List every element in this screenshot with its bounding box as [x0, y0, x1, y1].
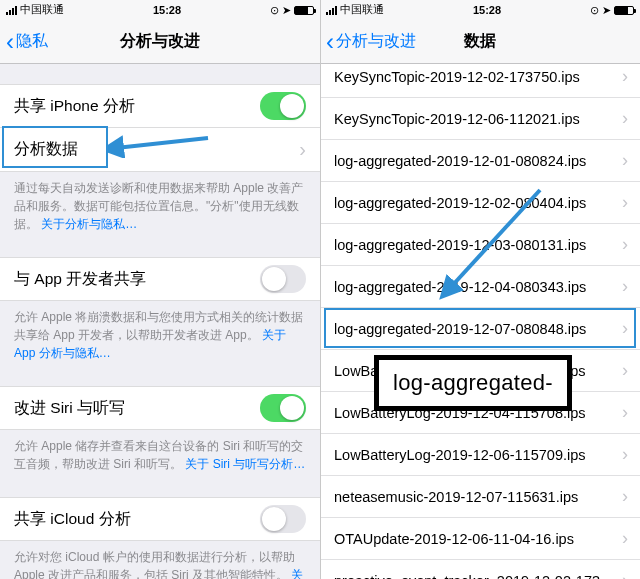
- carrier-label: 中国联通: [20, 3, 64, 17]
- location-icon: ➤: [282, 4, 291, 16]
- file-name: LowBatteryLog-2019-12-04-115708.ips: [334, 405, 616, 421]
- signal-icon: [326, 6, 337, 15]
- chevron-right-icon: ›: [622, 528, 628, 549]
- file-row[interactable]: log-aggregated-2019-12-07-080848.ips›: [320, 308, 640, 350]
- share-iphone-analytics-cell[interactable]: 共享 iPhone 分析: [0, 84, 320, 128]
- chevron-right-icon: ›: [622, 318, 628, 339]
- status-time: 15:28: [473, 4, 501, 16]
- status-bar: 中国联通 15:28 ⊙ ➤: [0, 0, 320, 20]
- chevron-left-icon: ‹: [326, 30, 334, 54]
- icloud-switch[interactable]: [260, 505, 306, 533]
- chevron-right-icon: ›: [299, 138, 306, 161]
- cell-label: 分析数据: [14, 139, 293, 160]
- status-time: 15:28: [153, 4, 181, 16]
- footer-text: 允许 Apple 储存并查看来自这台设备的 Siri 和听写的交互音频，帮助改进…: [0, 430, 320, 473]
- status-bar: 中国联通 15:28 ⊙ ➤: [320, 0, 640, 20]
- location-icon: ➤: [602, 4, 611, 16]
- cell-label: 共享 iPhone 分析: [14, 96, 260, 117]
- file-name: proactive_event_tracker_2019-12-02-17376…: [334, 573, 616, 580]
- chevron-right-icon: ›: [622, 150, 628, 171]
- back-label: 隐私: [16, 31, 48, 52]
- file-row[interactable]: LowBatteryLog-2019-12-02-115706.ips›: [320, 350, 640, 392]
- chevron-right-icon: ›: [622, 66, 628, 87]
- signal-icon: [6, 6, 17, 15]
- file-row[interactable]: LowBatteryLog-2019-12-06-115709.ips›: [320, 434, 640, 476]
- footer-text: 允许 Apple 将崩溃数据和与您使用方式相关的统计数据共享给 App 开发者，…: [0, 301, 320, 362]
- file-row[interactable]: LowBatteryLog-2019-12-04-115708.ips›: [320, 392, 640, 434]
- file-name: log-aggregated-2019-12-02-080404.ips: [334, 195, 616, 211]
- file-name: KeySyncTopic-2019-12-06-112021.ips: [334, 111, 616, 127]
- chevron-right-icon: ›: [622, 444, 628, 465]
- share-icloud-analytics-cell[interactable]: 共享 iCloud 分析: [0, 497, 320, 541]
- file-name: log-aggregated-2019-12-07-080848.ips: [334, 321, 616, 337]
- file-row[interactable]: KeySyncTopic-2019-12-06-112021.ips›: [320, 98, 640, 140]
- cell-label: 改进 Siri 与听写: [14, 398, 260, 419]
- footer-text: 允许对您 iCloud 帐户的使用和数据进行分析，以帮助 Apple 改进产品和…: [0, 541, 320, 579]
- about-siri-analytics-link[interactable]: 关于 Siri 与听写分析…: [185, 457, 305, 471]
- nav-title: 分析与改进: [0, 31, 320, 52]
- file-row[interactable]: OTAUpdate-2019-12-06-11-04-16.ips›: [320, 518, 640, 560]
- chevron-right-icon: ›: [622, 360, 628, 381]
- file-name: log-aggregated-2019-12-04-080343.ips: [334, 279, 616, 295]
- chevron-right-icon: ›: [622, 402, 628, 423]
- file-row[interactable]: log-aggregated-2019-12-04-080343.ips›: [320, 266, 640, 308]
- file-name: LowBatteryLog-2019-12-06-115709.ips: [334, 447, 616, 463]
- about-analytics-link[interactable]: 关于分析与隐私…: [41, 217, 137, 231]
- improve-siri-cell[interactable]: 改进 Siri 与听写: [0, 386, 320, 430]
- nav-bar: ‹ 隐私 分析与改进: [0, 20, 320, 64]
- file-row[interactable]: log-aggregated-2019-12-03-080131.ips›: [320, 224, 640, 266]
- left-phone: 中国联通 15:28 ⊙ ➤ ‹ 隐私 分析与改进 共享 iPhone 分析 分…: [0, 0, 320, 579]
- chevron-right-icon: ›: [622, 234, 628, 255]
- back-label: 分析与改进: [336, 31, 416, 52]
- file-name: KeySyncTopic-2019-12-02-173750.ips: [334, 69, 616, 85]
- chevron-left-icon: ‹: [6, 30, 14, 54]
- file-list: KeySyncTopic-2019-12-02-173750.ips›KeySy…: [320, 56, 640, 579]
- cell-label: 共享 iCloud 分析: [14, 509, 260, 530]
- file-row[interactable]: log-aggregated-2019-12-01-080824.ips›: [320, 140, 640, 182]
- battery-icon: [294, 6, 314, 15]
- back-button[interactable]: ‹ 隐私: [0, 30, 48, 54]
- chevron-right-icon: ›: [622, 108, 628, 129]
- file-row[interactable]: KeySyncTopic-2019-12-02-173750.ips›: [320, 56, 640, 98]
- carrier-label: 中国联通: [340, 3, 384, 17]
- file-row[interactable]: proactive_event_tracker_2019-12-02-17376…: [320, 560, 640, 579]
- chevron-right-icon: ›: [622, 192, 628, 213]
- chevron-right-icon: ›: [622, 570, 628, 579]
- chevron-right-icon: ›: [622, 276, 628, 297]
- right-phone: 中国联通 15:28 ⊙ ➤ ‹ 分析与改进 数据 KeySyncTopic-2…: [320, 0, 640, 579]
- chevron-right-icon: ›: [622, 486, 628, 507]
- file-name: log-aggregated-2019-12-03-080131.ips: [334, 237, 616, 253]
- analytics-data-cell[interactable]: 分析数据 ›: [0, 128, 320, 172]
- file-row[interactable]: log-aggregated-2019-12-02-080404.ips›: [320, 182, 640, 224]
- siri-switch[interactable]: [260, 394, 306, 422]
- cell-label: 与 App 开发者共享: [14, 269, 260, 290]
- back-button[interactable]: ‹ 分析与改进: [320, 30, 416, 54]
- alarm-icon: ⊙: [270, 4, 279, 16]
- file-name: log-aggregated-2019-12-01-080824.ips: [334, 153, 616, 169]
- file-name: LowBatteryLog-2019-12-02-115706.ips: [334, 363, 616, 379]
- file-name: neteasemusic-2019-12-07-115631.ips: [334, 489, 616, 505]
- footer-text: 通过每天自动发送诊断和使用数据来帮助 Apple 改善产品和服务。数据可能包括位…: [0, 172, 320, 233]
- share-dev-switch[interactable]: [260, 265, 306, 293]
- file-row[interactable]: neteasemusic-2019-12-07-115631.ips›: [320, 476, 640, 518]
- share-iphone-switch[interactable]: [260, 92, 306, 120]
- battery-icon: [614, 6, 634, 15]
- file-name: OTAUpdate-2019-12-06-11-04-16.ips: [334, 531, 616, 547]
- share-with-developers-cell[interactable]: 与 App 开发者共享: [0, 257, 320, 301]
- alarm-icon: ⊙: [590, 4, 599, 16]
